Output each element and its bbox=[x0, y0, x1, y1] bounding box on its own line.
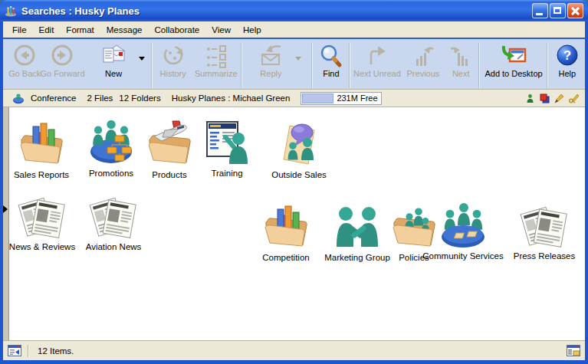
overlapping-squares-icon bbox=[540, 93, 550, 103]
newspapers-icon bbox=[89, 192, 138, 241]
maximize-button[interactable] bbox=[550, 3, 566, 18]
desktop-item-press-releases[interactable]: Press Releases bbox=[506, 201, 583, 261]
reply-icon bbox=[257, 44, 284, 68]
toolbar-separator bbox=[312, 43, 313, 88]
people-disc-cards-icon bbox=[439, 201, 488, 250]
add-to-desktop-icon bbox=[500, 44, 527, 68]
desktop-item-outside-sales[interactable]: Outside Sales bbox=[261, 120, 337, 179]
toolbar-button-reply: Reply bbox=[249, 42, 292, 89]
window-title: Searches : Husky Planes bbox=[21, 5, 532, 17]
permission-icons bbox=[525, 93, 585, 103]
app-icon bbox=[5, 5, 17, 17]
toolbar-separator bbox=[241, 43, 242, 88]
statusbar-separator bbox=[28, 345, 28, 357]
pencil-key-icon bbox=[569, 93, 579, 103]
history-icon bbox=[159, 44, 187, 68]
previous-icon bbox=[409, 44, 437, 68]
titlebar[interactable]: Searches : Husky Planes bbox=[0, 0, 588, 21]
infobar: Conference 2 Files 12 Folders Husky Plan… bbox=[3, 89, 585, 107]
application-window: Searches : Husky Planes File Edit Format… bbox=[0, 0, 588, 364]
menu-item-format[interactable]: Format bbox=[60, 24, 100, 36]
desktop-item-community-services[interactable]: Community Services bbox=[425, 201, 501, 261]
magnifier-icon bbox=[317, 44, 345, 68]
toolbar-button-go-back: Go Back bbox=[8, 42, 41, 89]
messages-pane-icon[interactable] bbox=[8, 345, 21, 356]
free-space-label: 231M Free bbox=[337, 93, 377, 103]
new-message-icon bbox=[100, 44, 127, 68]
newspapers-icon bbox=[18, 192, 67, 241]
split-view-icon[interactable] bbox=[567, 345, 580, 356]
menu-item-message[interactable]: Message bbox=[100, 24, 149, 36]
desktop-item-competition[interactable]: Competition bbox=[248, 202, 324, 262]
toolbar-separator bbox=[479, 43, 480, 88]
circle-arrow-left-icon bbox=[11, 44, 38, 68]
toolbar-button-go-forward: Go Forward bbox=[41, 42, 83, 89]
toolbar-button-find[interactable]: Find bbox=[314, 42, 348, 89]
toolbar-separator bbox=[547, 43, 548, 88]
desktop-item-training[interactable]: Training bbox=[189, 118, 265, 178]
summarize-icon bbox=[202, 44, 230, 68]
minimize-button[interactable] bbox=[532, 3, 548, 18]
people-handshake-icon bbox=[333, 202, 382, 251]
conference-icon bbox=[12, 92, 25, 104]
menu-item-view[interactable]: View bbox=[205, 24, 237, 36]
menu-item-file[interactable]: File bbox=[6, 24, 33, 36]
toolbar-button-summarize: Summarize bbox=[192, 42, 240, 89]
help-sphere-icon bbox=[554, 44, 581, 68]
next-icon bbox=[447, 44, 475, 68]
statusbar: 12 Items. bbox=[3, 340, 585, 360]
pencil-icon bbox=[554, 93, 564, 103]
toolbar-button-history: History bbox=[153, 42, 192, 89]
conference-type-label: Conference bbox=[31, 93, 76, 103]
toolbar-button-help[interactable]: Help bbox=[550, 42, 585, 89]
folder-chart-icon bbox=[17, 120, 66, 169]
toolbar-button-previous: Previous bbox=[402, 42, 444, 89]
free-space-meter: 231M Free bbox=[301, 92, 382, 105]
close-button[interactable] bbox=[567, 3, 583, 18]
menu-item-help[interactable]: Help bbox=[237, 24, 268, 36]
content-area: Sales Reports Promotions Products Traini… bbox=[3, 107, 585, 340]
people-chat-icon bbox=[274, 120, 324, 169]
toolbar-button-next: Next bbox=[444, 42, 478, 89]
person-icon bbox=[525, 93, 535, 103]
toolbar-button-next-unread: Next Unread bbox=[352, 42, 402, 89]
toolbar: Go Back Go Forward New History Summarize bbox=[3, 38, 585, 89]
reply-dropdown-arrow bbox=[292, 42, 304, 89]
conference-path: Husky Planes : Michael Green bbox=[172, 93, 291, 103]
presentation-person-icon bbox=[202, 118, 251, 167]
people-org-disc-icon bbox=[87, 118, 136, 167]
toolbar-separator bbox=[350, 43, 350, 88]
free-space-fill bbox=[302, 93, 333, 103]
desktop-item-news-reviews[interactable]: News & Reviews bbox=[4, 192, 80, 251]
circle-arrow-right-icon bbox=[48, 44, 76, 68]
toolbar-button-new[interactable]: New bbox=[94, 42, 133, 89]
menubar: File Edit Format Message Collaborate Vie… bbox=[3, 21, 585, 38]
folder-chart-icon bbox=[261, 202, 310, 251]
desktop-item-sales-reports[interactable]: Sales Reports bbox=[3, 120, 80, 179]
newspapers-icon bbox=[520, 201, 569, 250]
folders-count: 12 Folders bbox=[119, 93, 160, 103]
new-dropdown-arrow[interactable] bbox=[133, 42, 149, 89]
toolbar-separator bbox=[152, 43, 153, 88]
files-count: 2 Files bbox=[87, 93, 113, 103]
toolbar-button-add-to-desktop[interactable]: Add to Desktop bbox=[481, 42, 545, 89]
folder-plane-icon bbox=[145, 120, 194, 169]
window-body: File Edit Format Message Collaborate Vie… bbox=[3, 21, 585, 360]
desktop-item-aviation-news[interactable]: Aviation News bbox=[75, 192, 152, 251]
next-unread-icon bbox=[363, 44, 391, 68]
menu-item-collaborate[interactable]: Collaborate bbox=[148, 24, 205, 36]
item-count-label: 12 Items. bbox=[38, 346, 74, 356]
menu-item-edit[interactable]: Edit bbox=[33, 24, 61, 36]
